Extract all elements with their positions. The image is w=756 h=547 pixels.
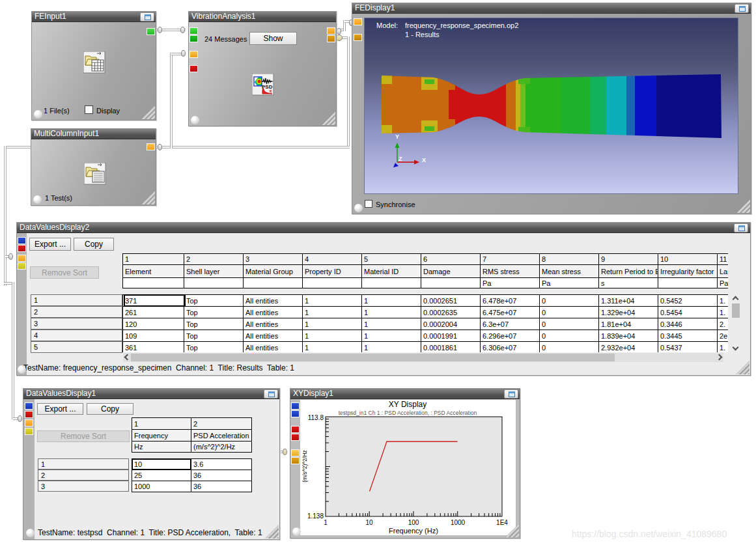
svg-text:X: X (422, 157, 426, 163)
svg-text:1E4: 1E4 (496, 519, 508, 526)
svg-text:1000: 1000 (451, 519, 466, 526)
svg-text:XY Display: XY Display (389, 400, 427, 409)
svg-text:Frequency (Hz): Frequency (Hz) (389, 527, 438, 535)
svg-text:113.8: 113.8 (308, 414, 324, 421)
svg-text:Y: Y (395, 133, 399, 140)
svg-text:1: 1 (324, 519, 328, 526)
svg-text:(m/s^2)^2/Hz: (m/s^2)^2/Hz (301, 450, 308, 483)
svg-text:E: E (270, 89, 272, 93)
svg-text:Z: Z (399, 156, 402, 162)
svg-text:testpsd_in1 Ch 1 : PSD Accele: testpsd_in1 Ch 1 : PSD Acceleration, : P… (339, 410, 477, 416)
svg-text:10: 10 (365, 519, 373, 526)
svg-text:100: 100 (408, 519, 419, 526)
svg-text:1.138: 1.138 (307, 512, 324, 520)
